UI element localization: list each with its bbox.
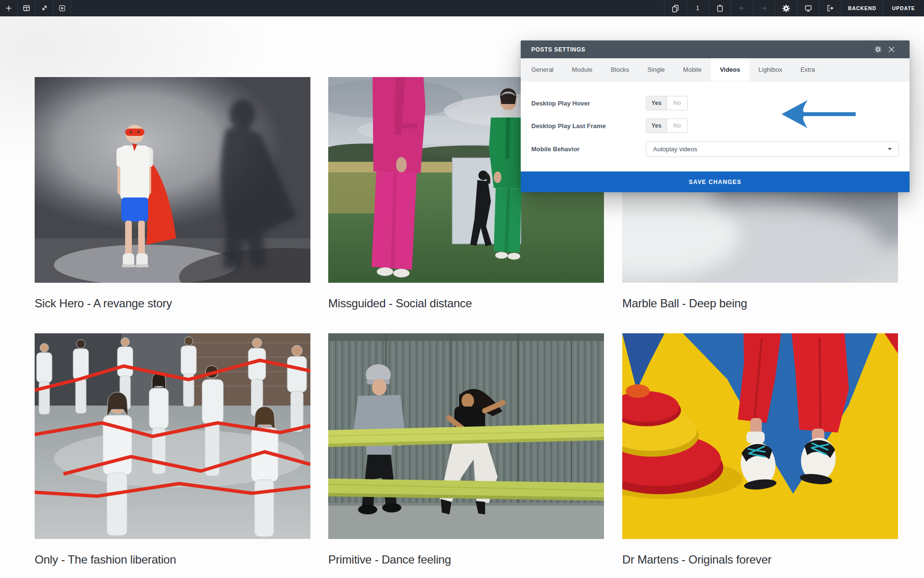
primitive-photo <box>328 333 604 539</box>
desktop-play-last-frame-toggle: Yes No <box>646 118 688 133</box>
mobile-behavior-value: Autoplay videos <box>653 145 697 153</box>
collapse-button[interactable] <box>36 0 53 16</box>
update-label: UPDATE <box>892 5 915 11</box>
tab-module[interactable]: Module <box>563 58 602 81</box>
post-title[interactable]: Marble Ball - Deep being <box>622 296 898 311</box>
post-title[interactable]: Missguided - Social distance <box>328 296 604 311</box>
select-area-button[interactable] <box>53 0 71 16</box>
setting-row-mobile-behavior: Mobile Behavior Autoplay videos <box>531 141 899 157</box>
select-area-icon <box>58 4 66 12</box>
toggle-yes-option[interactable]: Yes <box>646 119 667 132</box>
toggle-no-option[interactable]: No <box>667 119 687 132</box>
clipboard-icon <box>716 4 724 13</box>
post-card: Primitive - Dance feeling <box>328 333 604 567</box>
gear-icon <box>874 46 882 53</box>
settings-gear-icon <box>782 4 790 13</box>
tab-blocks[interactable]: Blocks <box>602 58 638 81</box>
undo-button[interactable] <box>731 0 753 16</box>
layout-icon <box>23 4 30 12</box>
tab-extra[interactable]: Extra <box>791 58 824 81</box>
update-button[interactable]: UPDATE <box>883 0 924 16</box>
copy-button[interactable] <box>664 0 686 16</box>
clipboard-button[interactable] <box>708 0 731 16</box>
tab-lightbox[interactable]: Lightbox <box>749 58 791 81</box>
backend-button[interactable]: BACKEND <box>841 0 883 16</box>
post-card: Only - The fashion liberation <box>35 333 310 567</box>
post-thumbnail-dr-martens[interactable] <box>622 333 898 539</box>
add-module-button[interactable] <box>0 0 18 16</box>
post-thumbnail-sick-hero[interactable] <box>35 77 310 283</box>
dr-martens-photo <box>622 333 898 539</box>
modal-close-button[interactable] <box>886 45 896 54</box>
builder-toolbar: 1 <box>0 0 924 16</box>
modal-content: Desktop Play Hover Yes No Desktop Play L… <box>521 81 910 171</box>
close-icon <box>888 46 895 53</box>
add-module-icon <box>5 4 13 12</box>
toolbar-right-group: 1 <box>664 0 924 16</box>
sick-hero-photo <box>35 77 310 283</box>
only-photo <box>35 333 310 539</box>
tab-mobile[interactable]: Mobile <box>674 58 710 81</box>
post-card: Sick Hero - A revange story <box>35 77 310 311</box>
tab-single[interactable]: Single <box>638 58 674 81</box>
post-title[interactable]: Sick Hero - A revange story <box>35 296 310 311</box>
post-title[interactable]: Only - The fashion liberation <box>35 552 310 567</box>
post-thumbnail-only[interactable] <box>35 333 310 539</box>
desktop-play-hover-toggle: Yes No <box>646 96 688 110</box>
desktop-preview-icon <box>804 4 812 13</box>
post-title[interactable]: Primitive - Dance feeling <box>328 552 604 567</box>
modal-tab-bar: General Module Blocks Single Mobile Vide… <box>521 58 910 81</box>
tab-general[interactable]: General <box>522 58 563 81</box>
setting-row-desktop-play-last-frame: Desktop Play Last Frame Yes No <box>531 118 899 133</box>
backend-label: BACKEND <box>848 5 876 11</box>
tab-videos[interactable]: Videos <box>711 58 749 81</box>
toggle-yes-option[interactable]: Yes <box>646 96 667 110</box>
modal-preferences-button[interactable] <box>873 45 883 54</box>
modal-title: POSTS SETTINGS <box>531 46 873 53</box>
setting-row-desktop-play-hover: Desktop Play Hover Yes No <box>531 96 899 110</box>
posts-settings-modal: POSTS SETTINGS General Module Bloc <box>521 40 910 192</box>
post-thumbnail-primitive[interactable] <box>328 333 604 539</box>
post-card: Dr Martens - Originals forever <box>622 333 898 567</box>
setting-label: Mobile Behavior <box>531 145 646 153</box>
mobile-behavior-select[interactable]: Autoplay videos <box>646 141 899 157</box>
exit-builder-button[interactable] <box>819 0 841 16</box>
desktop-preview-button[interactable] <box>797 0 819 16</box>
redo-button[interactable] <box>753 0 775 16</box>
setting-label: Desktop Play Last Frame <box>531 122 646 130</box>
builder-settings-button[interactable] <box>775 0 797 16</box>
save-changes-label: SAVE CHANGES <box>689 179 742 185</box>
layout-button[interactable] <box>18 0 36 16</box>
chevron-down-icon <box>888 148 892 150</box>
post-title[interactable]: Dr Martens - Originals forever <box>622 552 898 567</box>
redo-arrow-icon <box>760 4 768 12</box>
collapse-icon <box>40 4 48 12</box>
setting-label: Desktop Play Hover <box>531 100 646 107</box>
undo-arrow-icon <box>738 4 746 12</box>
pages-count-value: 1 <box>696 5 699 12</box>
save-changes-button[interactable]: SAVE CHANGES <box>521 171 910 192</box>
exit-icon <box>826 4 834 12</box>
toggle-no-option[interactable]: No <box>667 96 687 110</box>
pages-count[interactable]: 1 <box>686 0 708 16</box>
toolbar-left-group <box>0 0 71 16</box>
copy-icon <box>671 4 680 13</box>
modal-header[interactable]: POSTS SETTINGS <box>521 40 910 58</box>
